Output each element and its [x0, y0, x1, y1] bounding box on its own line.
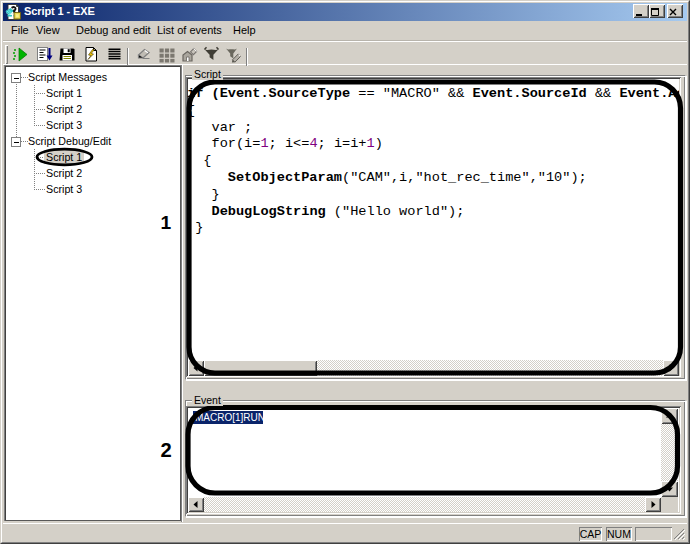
svg-text:1: 1 [161, 212, 172, 233]
svg-text:2: 2 [161, 439, 172, 461]
